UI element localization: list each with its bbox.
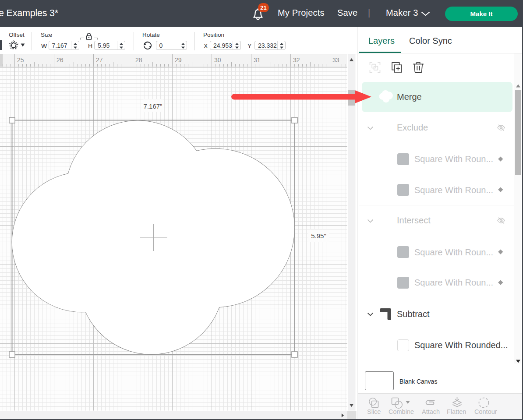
svg-text:31: 31 [254,56,261,64]
svg-text:32: 32 [293,56,300,64]
svg-text:26: 26 [57,56,64,64]
svg-text:33: 33 [332,56,339,64]
svg-text:28: 28 [135,56,142,64]
svg-text:29: 29 [175,56,182,64]
svg-text:7.167": 7.167" [144,102,163,110]
svg-text:30: 30 [214,56,221,64]
svg-text:27: 27 [96,56,103,64]
svg-text:25: 25 [17,56,24,64]
svg-text:5.95": 5.95" [311,232,326,240]
